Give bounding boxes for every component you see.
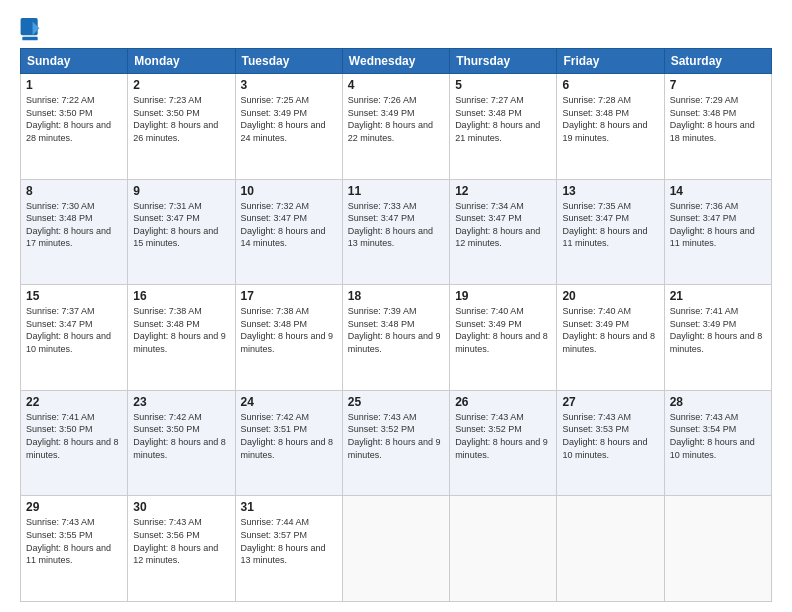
day-number: 4 <box>348 78 444 92</box>
day-cell: 17Sunrise: 7:38 AMSunset: 3:48 PMDayligh… <box>235 285 342 391</box>
day-number: 12 <box>455 184 551 198</box>
day-cell: 11Sunrise: 7:33 AMSunset: 3:47 PMDayligh… <box>342 179 449 285</box>
day-cell: 9Sunrise: 7:31 AMSunset: 3:47 PMDaylight… <box>128 179 235 285</box>
day-number: 10 <box>241 184 337 198</box>
day-cell: 4Sunrise: 7:26 AMSunset: 3:49 PMDaylight… <box>342 74 449 180</box>
day-cell: 8Sunrise: 7:30 AMSunset: 3:48 PMDaylight… <box>21 179 128 285</box>
weekday-header-wednesday: Wednesday <box>342 49 449 74</box>
day-cell: 14Sunrise: 7:36 AMSunset: 3:47 PMDayligh… <box>664 179 771 285</box>
logo-icon <box>20 18 40 42</box>
day-info: Sunrise: 7:35 AMSunset: 3:47 PMDaylight:… <box>562 200 658 250</box>
day-cell: 28Sunrise: 7:43 AMSunset: 3:54 PMDayligh… <box>664 390 771 496</box>
day-info: Sunrise: 7:41 AMSunset: 3:49 PMDaylight:… <box>670 305 766 355</box>
day-cell: 24Sunrise: 7:42 AMSunset: 3:51 PMDayligh… <box>235 390 342 496</box>
day-info: Sunrise: 7:42 AMSunset: 3:51 PMDaylight:… <box>241 411 337 461</box>
day-number: 5 <box>455 78 551 92</box>
day-number: 2 <box>133 78 229 92</box>
day-cell: 29Sunrise: 7:43 AMSunset: 3:55 PMDayligh… <box>21 496 128 602</box>
day-info: Sunrise: 7:33 AMSunset: 3:47 PMDaylight:… <box>348 200 444 250</box>
day-number: 30 <box>133 500 229 514</box>
day-number: 21 <box>670 289 766 303</box>
day-cell <box>342 496 449 602</box>
day-info: Sunrise: 7:43 AMSunset: 3:52 PMDaylight:… <box>348 411 444 461</box>
day-info: Sunrise: 7:38 AMSunset: 3:48 PMDaylight:… <box>133 305 229 355</box>
weekday-header-friday: Friday <box>557 49 664 74</box>
day-cell <box>557 496 664 602</box>
weekday-header-tuesday: Tuesday <box>235 49 342 74</box>
calendar-page: SundayMondayTuesdayWednesdayThursdayFrid… <box>0 0 792 612</box>
calendar-table: SundayMondayTuesdayWednesdayThursdayFrid… <box>20 48 772 602</box>
day-cell: 16Sunrise: 7:38 AMSunset: 3:48 PMDayligh… <box>128 285 235 391</box>
day-cell: 19Sunrise: 7:40 AMSunset: 3:49 PMDayligh… <box>450 285 557 391</box>
day-cell: 7Sunrise: 7:29 AMSunset: 3:48 PMDaylight… <box>664 74 771 180</box>
day-cell: 26Sunrise: 7:43 AMSunset: 3:52 PMDayligh… <box>450 390 557 496</box>
day-cell: 3Sunrise: 7:25 AMSunset: 3:49 PMDaylight… <box>235 74 342 180</box>
day-number: 3 <box>241 78 337 92</box>
day-info: Sunrise: 7:39 AMSunset: 3:48 PMDaylight:… <box>348 305 444 355</box>
day-number: 6 <box>562 78 658 92</box>
day-number: 7 <box>670 78 766 92</box>
day-info: Sunrise: 7:27 AMSunset: 3:48 PMDaylight:… <box>455 94 551 144</box>
day-info: Sunrise: 7:38 AMSunset: 3:48 PMDaylight:… <box>241 305 337 355</box>
day-number: 14 <box>670 184 766 198</box>
day-number: 25 <box>348 395 444 409</box>
day-cell: 5Sunrise: 7:27 AMSunset: 3:48 PMDaylight… <box>450 74 557 180</box>
weekday-header-sunday: Sunday <box>21 49 128 74</box>
day-number: 9 <box>133 184 229 198</box>
day-info: Sunrise: 7:29 AMSunset: 3:48 PMDaylight:… <box>670 94 766 144</box>
day-number: 15 <box>26 289 122 303</box>
day-number: 16 <box>133 289 229 303</box>
day-info: Sunrise: 7:36 AMSunset: 3:47 PMDaylight:… <box>670 200 766 250</box>
day-info: Sunrise: 7:43 AMSunset: 3:53 PMDaylight:… <box>562 411 658 461</box>
day-cell: 23Sunrise: 7:42 AMSunset: 3:50 PMDayligh… <box>128 390 235 496</box>
day-info: Sunrise: 7:40 AMSunset: 3:49 PMDaylight:… <box>562 305 658 355</box>
week-row-5: 29Sunrise: 7:43 AMSunset: 3:55 PMDayligh… <box>21 496 772 602</box>
day-info: Sunrise: 7:42 AMSunset: 3:50 PMDaylight:… <box>133 411 229 461</box>
day-number: 26 <box>455 395 551 409</box>
day-cell: 20Sunrise: 7:40 AMSunset: 3:49 PMDayligh… <box>557 285 664 391</box>
day-info: Sunrise: 7:31 AMSunset: 3:47 PMDaylight:… <box>133 200 229 250</box>
day-cell: 12Sunrise: 7:34 AMSunset: 3:47 PMDayligh… <box>450 179 557 285</box>
day-cell: 15Sunrise: 7:37 AMSunset: 3:47 PMDayligh… <box>21 285 128 391</box>
day-info: Sunrise: 7:26 AMSunset: 3:49 PMDaylight:… <box>348 94 444 144</box>
day-info: Sunrise: 7:28 AMSunset: 3:48 PMDaylight:… <box>562 94 658 144</box>
day-number: 18 <box>348 289 444 303</box>
week-row-3: 15Sunrise: 7:37 AMSunset: 3:47 PMDayligh… <box>21 285 772 391</box>
week-row-1: 1Sunrise: 7:22 AMSunset: 3:50 PMDaylight… <box>21 74 772 180</box>
day-number: 20 <box>562 289 658 303</box>
day-cell: 21Sunrise: 7:41 AMSunset: 3:49 PMDayligh… <box>664 285 771 391</box>
day-number: 22 <box>26 395 122 409</box>
day-info: Sunrise: 7:43 AMSunset: 3:56 PMDaylight:… <box>133 516 229 566</box>
day-cell: 25Sunrise: 7:43 AMSunset: 3:52 PMDayligh… <box>342 390 449 496</box>
day-info: Sunrise: 7:41 AMSunset: 3:50 PMDaylight:… <box>26 411 122 461</box>
day-info: Sunrise: 7:25 AMSunset: 3:49 PMDaylight:… <box>241 94 337 144</box>
header <box>20 18 772 42</box>
day-info: Sunrise: 7:43 AMSunset: 3:52 PMDaylight:… <box>455 411 551 461</box>
day-info: Sunrise: 7:23 AMSunset: 3:50 PMDaylight:… <box>133 94 229 144</box>
svg-rect-2 <box>22 37 37 40</box>
day-number: 8 <box>26 184 122 198</box>
day-info: Sunrise: 7:32 AMSunset: 3:47 PMDaylight:… <box>241 200 337 250</box>
day-info: Sunrise: 7:37 AMSunset: 3:47 PMDaylight:… <box>26 305 122 355</box>
day-number: 23 <box>133 395 229 409</box>
day-cell <box>664 496 771 602</box>
day-cell: 2Sunrise: 7:23 AMSunset: 3:50 PMDaylight… <box>128 74 235 180</box>
day-number: 19 <box>455 289 551 303</box>
day-number: 17 <box>241 289 337 303</box>
day-number: 1 <box>26 78 122 92</box>
day-info: Sunrise: 7:44 AMSunset: 3:57 PMDaylight:… <box>241 516 337 566</box>
day-cell: 30Sunrise: 7:43 AMSunset: 3:56 PMDayligh… <box>128 496 235 602</box>
day-number: 29 <box>26 500 122 514</box>
weekday-header-thursday: Thursday <box>450 49 557 74</box>
day-info: Sunrise: 7:22 AMSunset: 3:50 PMDaylight:… <box>26 94 122 144</box>
day-info: Sunrise: 7:30 AMSunset: 3:48 PMDaylight:… <box>26 200 122 250</box>
week-row-4: 22Sunrise: 7:41 AMSunset: 3:50 PMDayligh… <box>21 390 772 496</box>
day-info: Sunrise: 7:40 AMSunset: 3:49 PMDaylight:… <box>455 305 551 355</box>
logo <box>20 18 42 42</box>
day-info: Sunrise: 7:34 AMSunset: 3:47 PMDaylight:… <box>455 200 551 250</box>
weekday-header-saturday: Saturday <box>664 49 771 74</box>
day-cell: 31Sunrise: 7:44 AMSunset: 3:57 PMDayligh… <box>235 496 342 602</box>
day-cell: 6Sunrise: 7:28 AMSunset: 3:48 PMDaylight… <box>557 74 664 180</box>
day-info: Sunrise: 7:43 AMSunset: 3:55 PMDaylight:… <box>26 516 122 566</box>
week-row-2: 8Sunrise: 7:30 AMSunset: 3:48 PMDaylight… <box>21 179 772 285</box>
